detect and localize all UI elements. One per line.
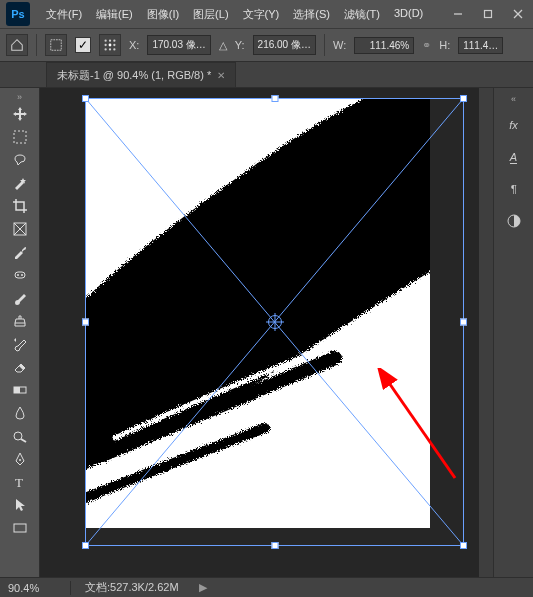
paragraph-panel-button[interactable]: ¶: [502, 178, 526, 200]
transform-bounding-box[interactable]: [85, 98, 464, 546]
adjustments-panel-button[interactable]: [502, 210, 526, 232]
svg-point-12: [109, 48, 111, 50]
svg-point-7: [113, 39, 115, 41]
status-menu-icon[interactable]: ▶: [199, 581, 207, 594]
pen-tool[interactable]: [9, 448, 31, 470]
transform-handle-ml[interactable]: [82, 319, 89, 326]
svg-rect-14: [14, 131, 26, 143]
transform-handle-tl[interactable]: [82, 95, 89, 102]
svg-rect-4: [51, 40, 62, 51]
gradient-tool[interactable]: [9, 379, 31, 401]
svg-point-8: [104, 44, 106, 46]
rectangle-tool[interactable]: [9, 517, 31, 539]
brush-tool[interactable]: [9, 287, 31, 309]
window-minimize-button[interactable]: [443, 0, 473, 28]
link-icon[interactable]: ⚭: [422, 39, 431, 52]
frame-tool[interactable]: [9, 218, 31, 240]
doc-size-label: 文档:527.3K/2.62M: [85, 580, 179, 595]
menu-3d[interactable]: 3D(D): [388, 3, 429, 26]
menu-select[interactable]: 选择(S): [287, 3, 336, 26]
svg-rect-27: [14, 524, 26, 532]
x-label: X:: [129, 39, 139, 51]
menu-image[interactable]: 图像(I): [141, 3, 185, 26]
document-tab[interactable]: 未标题-1 @ 90.4% (1, RGB/8) * ✕: [46, 62, 236, 87]
x-field[interactable]: 170.03 像…: [147, 35, 210, 55]
marquee-tool[interactable]: [9, 126, 31, 148]
w-label: W:: [333, 39, 346, 51]
magic-wand-tool[interactable]: [9, 172, 31, 194]
eyedropper-tool[interactable]: [9, 241, 31, 263]
svg-rect-22: [14, 387, 20, 393]
transform-handle-bc[interactable]: [271, 542, 278, 549]
healing-brush-tool[interactable]: [9, 264, 31, 286]
styles-panel-button[interactable]: fx: [502, 114, 526, 136]
lasso-tool[interactable]: [9, 149, 31, 171]
svg-point-10: [113, 44, 115, 46]
menu-type[interactable]: 文字(Y): [237, 3, 286, 26]
reference-point-button[interactable]: [99, 34, 121, 56]
zoom-level[interactable]: 90.4%: [8, 582, 56, 594]
transform-mode-button[interactable]: [45, 34, 67, 56]
triangle-icon: △: [219, 39, 227, 52]
svg-point-23: [14, 432, 22, 440]
svg-point-25: [19, 459, 21, 461]
menu-file[interactable]: 文件(F): [40, 3, 88, 26]
transform-handle-br[interactable]: [460, 542, 467, 549]
vertical-scrollbar[interactable]: [479, 88, 493, 577]
svg-point-9: [109, 44, 112, 47]
dodge-tool[interactable]: [9, 425, 31, 447]
eraser-tool[interactable]: [9, 356, 31, 378]
svg-rect-1: [485, 11, 492, 18]
transform-center-point[interactable]: [268, 315, 282, 329]
window-maximize-button[interactable]: [473, 0, 503, 28]
path-selection-tool[interactable]: [9, 494, 31, 516]
transform-handle-tr[interactable]: [460, 95, 467, 102]
svg-point-5: [104, 39, 106, 41]
history-brush-tool[interactable]: [9, 333, 31, 355]
svg-line-24: [21, 439, 26, 442]
svg-rect-18: [15, 272, 25, 278]
w-field[interactable]: 111.46%: [354, 37, 414, 54]
h-label: H:: [439, 39, 450, 51]
aspect-lock-checkbox[interactable]: ✓: [75, 37, 91, 53]
canvas-area[interactable]: [40, 88, 493, 577]
home-button[interactable]: [6, 34, 28, 56]
transform-handle-bl[interactable]: [82, 542, 89, 549]
svg-point-20: [21, 274, 23, 276]
svg-point-13: [113, 48, 115, 50]
y-label: Y:: [235, 39, 245, 51]
type-tool[interactable]: T: [9, 471, 31, 493]
transform-handle-tc[interactable]: [271, 95, 278, 102]
y-field[interactable]: 216.00 像…: [253, 35, 316, 55]
panel-collapse-icon[interactable]: «: [511, 94, 516, 104]
tab-close-icon[interactable]: ✕: [217, 70, 225, 81]
menu-layer[interactable]: 图层(L): [187, 3, 234, 26]
svg-text:T: T: [15, 475, 23, 490]
toolbar-collapse-icon[interactable]: »: [0, 92, 39, 102]
svg-point-11: [104, 48, 106, 50]
character-panel-button[interactable]: A: [502, 146, 526, 168]
svg-point-19: [17, 274, 19, 276]
menu-filter[interactable]: 滤镜(T): [338, 3, 386, 26]
window-close-button[interactable]: [503, 0, 533, 28]
move-tool[interactable]: [9, 103, 31, 125]
transform-handle-mr[interactable]: [460, 319, 467, 326]
blur-tool[interactable]: [9, 402, 31, 424]
clone-stamp-tool[interactable]: [9, 310, 31, 332]
tab-title: 未标题-1 @ 90.4% (1, RGB/8) *: [57, 68, 211, 83]
h-field[interactable]: 111.4…: [458, 37, 503, 54]
app-logo: Ps: [6, 2, 30, 26]
crop-tool[interactable]: [9, 195, 31, 217]
svg-point-6: [109, 39, 111, 41]
menu-edit[interactable]: 编辑(E): [90, 3, 139, 26]
